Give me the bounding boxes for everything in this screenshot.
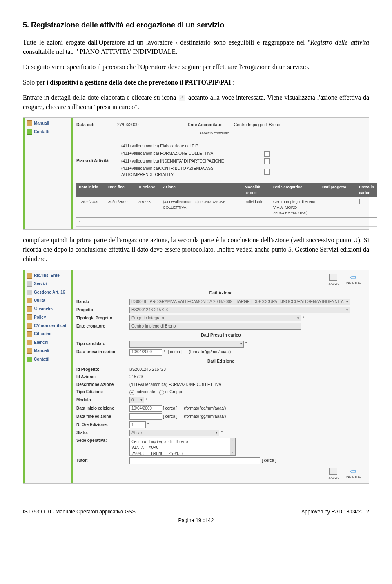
nav-contatti[interactable]: Contatti	[26, 128, 71, 136]
screenshot-2: Ric.\Ins. Ente Servizi Gestione Art. 16 …	[23, 270, 369, 484]
nav-servizi[interactable]: Servizi	[26, 280, 71, 288]
tutor-input[interactable]	[129, 457, 260, 464]
radio-individuale[interactable]	[129, 390, 134, 395]
cerca-link-3[interactable]: [ cerca ]	[163, 414, 178, 420]
detail-checkbox-icon[interactable]	[264, 158, 270, 164]
progetto-select[interactable]: BS2001246-215723 -	[129, 307, 350, 313]
salva-button[interactable]: SALVA	[328, 274, 339, 286]
piano-attivita-label: Piano di Attività	[76, 143, 121, 179]
footer-right: Approved by RAD 18/04/2012	[301, 508, 369, 515]
indietro-button-bottom[interactable]: INDIETRO	[346, 468, 361, 480]
radio-gruppo[interactable]	[159, 390, 164, 395]
sidebar-nav-2: Ric.\Ins. Ente Servizi Gestione Art. 16 …	[23, 270, 71, 484]
nav-vacancies[interactable]: Vacancies	[26, 305, 71, 314]
presa-in-carico-icon[interactable]	[359, 199, 360, 204]
nav-manuali-2[interactable]: Manuali	[26, 347, 71, 355]
data-fine-ed-input[interactable]	[129, 413, 162, 420]
screenshot-1: Manuali Contatti Data del:27/03/2009 Ent…	[23, 117, 369, 230]
sede-operativa-textarea[interactable]: Centro Impiego di Breno VIA A. MORO 2504…	[129, 438, 236, 456]
nav-elenchi[interactable]: Elenchi	[26, 339, 71, 347]
cerca-link[interactable]: [ cerca ]	[168, 349, 183, 355]
paragraph-5: compilare quindi la prima parte dell'ero…	[23, 235, 369, 264]
paragraph-3: Solo per i dispositivi a gestione della …	[23, 78, 369, 87]
ente-acc-label: Ente Accreditato	[188, 122, 222, 128]
paragraph-1: Tutte le azioni erogate dall'Operatore a…	[23, 38, 369, 56]
nav-cvnon[interactable]: CV non certificati	[26, 322, 71, 330]
footer-left: IST7539 r10 - Manuale Operatori applicat…	[23, 508, 136, 515]
paragraph-4: Entrare in dettagli della dote elaborata…	[23, 93, 369, 111]
nav-contatti-2[interactable]: Contatti	[26, 355, 71, 364]
sidebar-nav: Manuali Contatti	[23, 118, 71, 229]
modulo-select[interactable]: 0	[129, 397, 144, 403]
table-header: Data inizio Data fine ID Azione Azione M…	[76, 183, 377, 197]
indietro-button[interactable]: INDIETRO	[346, 274, 361, 286]
detail-icon	[179, 95, 185, 101]
pager: 1	[76, 218, 377, 227]
footer-page: Pagina 19 di 42	[23, 517, 369, 524]
save-icon	[329, 274, 337, 281]
piano-items: (411+vallecamonica) Elaborazione del PIP…	[121, 143, 377, 179]
ente-erogatore-field: Centro Impiego di Breno	[129, 323, 301, 330]
page-footer: IST7539 r10 - Manuale Operatori applicat…	[23, 508, 369, 524]
ente-acc-value: Centro Impiego di Breno	[234, 122, 281, 128]
salva-button-bottom[interactable]: SALVA	[328, 468, 339, 480]
data-del-value: 27/03/2009	[117, 122, 139, 128]
nav-ricins[interactable]: Ric.\Ins. Ente	[26, 272, 71, 280]
nav-utilita[interactable]: Utilità	[26, 296, 71, 305]
detail-checkbox-icon[interactable]	[264, 151, 270, 157]
dati-azione-header: Dati Azione	[76, 288, 365, 298]
nav-policy[interactable]: Policy	[26, 313, 71, 322]
save-icon	[329, 468, 337, 475]
data-presa-input[interactable]: 10/04/2009	[129, 349, 162, 356]
nav-gestart16[interactable]: Gestione Art. 16	[26, 288, 71, 297]
data-inizio-ed-input[interactable]: 10/04/2009	[129, 405, 162, 412]
bando-select[interactable]: BS0048 - PROGRAMMA VALLECAMONICA 2008/20…	[129, 299, 350, 305]
dati-presa-header: Dati Presa in carico	[76, 330, 365, 340]
tipologia-progetto-select[interactable]: Progetto integrato	[129, 315, 301, 321]
detail-checkbox-icon[interactable]	[264, 169, 270, 175]
section-heading: 5. Registrazione delle attività ed eroga…	[23, 20, 369, 30]
stato-select[interactable]: Attivo	[129, 430, 219, 436]
back-arrow-icon	[350, 468, 357, 474]
paragraph-2: Di seguito viene specificato il percorso…	[23, 62, 369, 71]
dati-edizione-header: Dati Edizione	[76, 357, 365, 366]
nav-manuali[interactable]: Manuali	[26, 119, 71, 128]
back-arrow-icon	[350, 274, 357, 280]
cerca-link-4[interactable]: [ cerca ]	[262, 458, 276, 464]
data-del-label: Data del:	[76, 122, 109, 128]
n-ore-input[interactable]: 1	[129, 421, 146, 428]
nav-cittadino[interactable]: Cittadino	[26, 330, 71, 339]
table-row: 12/02/2009 30/11/2009 215723 (411+vallec…	[76, 197, 377, 218]
scrollbar[interactable]	[230, 438, 235, 455]
cerca-link-2[interactable]: [ cerca ]	[163, 406, 178, 412]
tipo-candidato-select[interactable]	[129, 341, 244, 348]
servizio-concluso-label: servizio concluso	[76, 131, 352, 138]
